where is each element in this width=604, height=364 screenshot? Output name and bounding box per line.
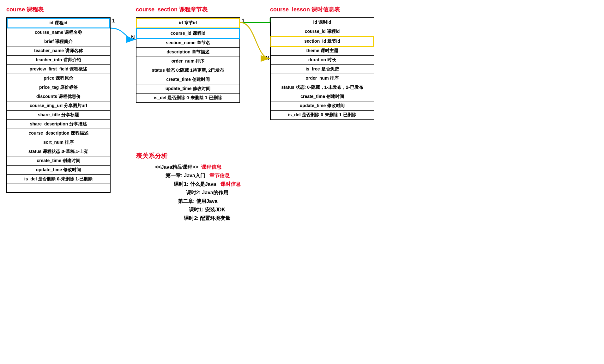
lesson-update-time-row: update_time 修改时间 xyxy=(271,101,374,111)
relation-line-4: 第二章: 使用Java xyxy=(136,198,241,205)
course-table: id 课程id course_name 课程名称 brief 课程简介 teac… xyxy=(6,17,111,193)
course-name-row: course_name 课程名称 xyxy=(7,28,110,37)
course-price-row: price 课程原价 xyxy=(7,74,110,83)
section-status-row: status 状态 0:隐藏 1待更新, 2已发布 xyxy=(136,66,239,75)
lesson-is-free-row: is_free 是否免费 xyxy=(271,65,374,74)
lesson-course-id-row: course_id 课程id xyxy=(271,27,374,36)
course-teacher-name-row: teacher_name 讲师名称 xyxy=(7,46,110,56)
course-brief-row: brief 课程简介 xyxy=(7,37,110,46)
lesson-id-row: id 课时id xyxy=(271,18,374,27)
course-preview-row: preview_first_field 课程概述 xyxy=(7,65,110,74)
section-table: id 章节id course_id 课程id section_name 章节名 … xyxy=(136,17,240,103)
section-update-time-row: update_time 修改时间 xyxy=(136,84,239,94)
relation-line-1: 第一章: Java入门 章节信息 xyxy=(136,173,241,179)
course-status-row: status 课程状态,0-草稿,1-上架 xyxy=(7,147,110,156)
relation-line-2: 课时1: 什么是Java 课时信息 xyxy=(136,181,241,188)
course-id-row: id 课程id xyxy=(7,18,110,28)
relation-line-6: 课时2: 配置环境变量 xyxy=(136,215,241,222)
arrow-label-1-course: 1 xyxy=(112,18,115,24)
lesson-table: id 课时id course_id 课程id section_id 章节id t… xyxy=(270,17,374,120)
course-is-del-row: is_del 是否删除 0-未删除 1-已删除 xyxy=(7,175,110,184)
section-is-del-row: is_del 是否删除 0-未删除 1-已删除 xyxy=(136,94,239,102)
section-desc-row: description 章节描述 xyxy=(136,48,239,57)
lesson-is-del-row: is_del 是否删除 0-未删除 1-已删除 xyxy=(271,111,374,119)
course-description-row: course_description 课程描述 xyxy=(7,129,110,138)
yellow-arrow xyxy=(240,22,270,58)
arrow-label-n-lesson: N xyxy=(265,55,269,61)
section-course-id-row: course_id 课程id xyxy=(136,28,240,39)
section-create-time-row: create_time 创建时间 xyxy=(136,75,239,84)
section-name-row: section_name 章节名 xyxy=(136,39,239,48)
section-table-title: course_section 课程章节表 xyxy=(136,6,208,13)
course-sort-row: sort_num 排序 xyxy=(7,138,110,147)
course-table-title: course 课程表 xyxy=(6,6,44,13)
course-price-tag-row: price_tag 原价标签 xyxy=(7,83,110,92)
relation-title: 表关系分析 xyxy=(136,152,241,160)
section-order-row: order_num 排序 xyxy=(136,57,239,66)
course-create-time-row: create_time 创建时间 xyxy=(7,156,110,166)
section-id-row: id 章节id xyxy=(136,18,240,28)
lesson-status-row: status 状态: 0-隐藏，1-未发布，2-已发布 xyxy=(271,83,374,92)
relation-line-5: 课时1: 安装JDK xyxy=(136,207,241,213)
relation-line-0: <<Java精品课程>> 课程信息 xyxy=(136,164,241,171)
arrow-label-1-section: 1 xyxy=(242,18,245,24)
lesson-duration-row: duration 时长 xyxy=(271,56,374,65)
lesson-table-title: course_lesson 课时信息表 xyxy=(270,6,340,13)
course-share-title-row: share_title 分享标题 xyxy=(7,111,110,120)
lesson-section-id-row: section_id 章节id xyxy=(270,36,374,47)
course-update-time-row: update_time 修改时间 xyxy=(7,166,110,175)
lesson-create-time-row: create_time 创建时间 xyxy=(271,92,374,101)
lesson-theme-row: theme 课时主题 xyxy=(271,46,374,56)
course-share-desc-row: share_description 分享描述 xyxy=(7,120,110,129)
arrow-label-n-section: N xyxy=(131,35,135,40)
course-teacher-info-row: teacher_info 讲师介绍 xyxy=(7,56,110,65)
course-discounts-row: discounts 课程优惠价 xyxy=(7,92,110,101)
relation-line-3: 课时2: Java的作用 xyxy=(136,190,241,196)
course-img-row: course_img_url 分享图片url xyxy=(7,101,110,111)
course-empty-row xyxy=(7,184,110,192)
lesson-order-row: order_num 排序 xyxy=(271,74,374,83)
relation-section: 表关系分析 <<Java精品课程>> 课程信息 第一章: Java入门 章节信息… xyxy=(136,152,241,224)
